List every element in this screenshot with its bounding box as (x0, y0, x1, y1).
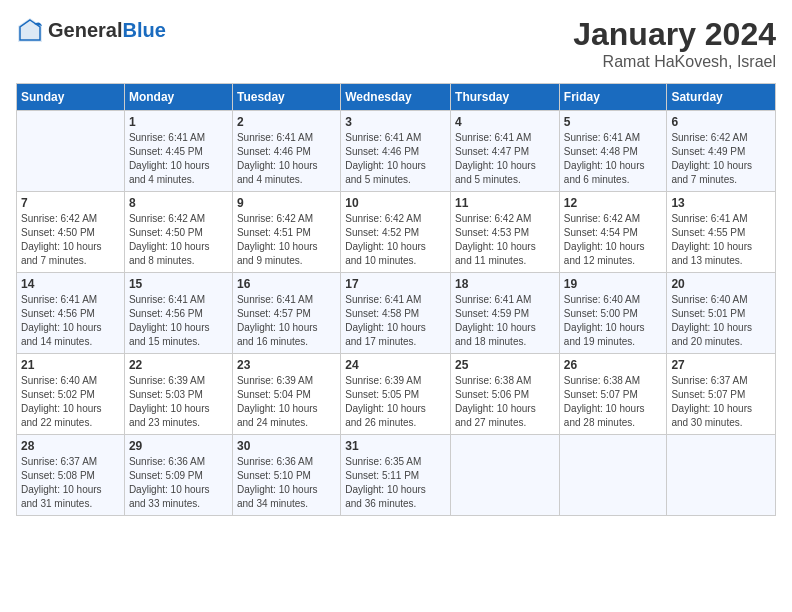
day-number: 20 (671, 277, 771, 291)
day-info: Sunrise: 6:42 AM Sunset: 4:54 PM Dayligh… (564, 212, 663, 268)
calendar-cell: 14Sunrise: 6:41 AM Sunset: 4:56 PM Dayli… (17, 273, 125, 354)
svg-marker-0 (18, 18, 42, 42)
calendar-cell (451, 435, 560, 516)
calendar-cell: 7Sunrise: 6:42 AM Sunset: 4:50 PM Daylig… (17, 192, 125, 273)
day-number: 3 (345, 115, 446, 129)
day-info: Sunrise: 6:38 AM Sunset: 5:06 PM Dayligh… (455, 374, 555, 430)
day-info: Sunrise: 6:36 AM Sunset: 5:10 PM Dayligh… (237, 455, 336, 511)
month-title: January 2024 (573, 16, 776, 53)
day-number: 5 (564, 115, 663, 129)
calendar-cell: 2Sunrise: 6:41 AM Sunset: 4:46 PM Daylig… (232, 111, 340, 192)
day-number: 4 (455, 115, 555, 129)
day-number: 10 (345, 196, 446, 210)
calendar-cell: 19Sunrise: 6:40 AM Sunset: 5:00 PM Dayli… (559, 273, 667, 354)
calendar-cell: 16Sunrise: 6:41 AM Sunset: 4:57 PM Dayli… (232, 273, 340, 354)
day-info: Sunrise: 6:41 AM Sunset: 4:46 PM Dayligh… (237, 131, 336, 187)
day-info: Sunrise: 6:36 AM Sunset: 5:09 PM Dayligh… (129, 455, 228, 511)
title-block: January 2024 Ramat HaKovesh, Israel (573, 16, 776, 71)
day-info: Sunrise: 6:37 AM Sunset: 5:07 PM Dayligh… (671, 374, 771, 430)
day-info: Sunrise: 6:38 AM Sunset: 5:07 PM Dayligh… (564, 374, 663, 430)
day-info: Sunrise: 6:41 AM Sunset: 4:56 PM Dayligh… (21, 293, 120, 349)
page-header: GeneralBlue January 2024 Ramat HaKovesh,… (16, 16, 776, 71)
day-number: 27 (671, 358, 771, 372)
calendar-cell: 28Sunrise: 6:37 AM Sunset: 5:08 PM Dayli… (17, 435, 125, 516)
calendar-cell: 26Sunrise: 6:38 AM Sunset: 5:07 PM Dayli… (559, 354, 667, 435)
calendar-cell: 24Sunrise: 6:39 AM Sunset: 5:05 PM Dayli… (341, 354, 451, 435)
day-info: Sunrise: 6:42 AM Sunset: 4:53 PM Dayligh… (455, 212, 555, 268)
calendar-cell: 11Sunrise: 6:42 AM Sunset: 4:53 PM Dayli… (451, 192, 560, 273)
day-info: Sunrise: 6:41 AM Sunset: 4:48 PM Dayligh… (564, 131, 663, 187)
calendar-cell: 17Sunrise: 6:41 AM Sunset: 4:58 PM Dayli… (341, 273, 451, 354)
calendar-cell (17, 111, 125, 192)
logo-blue: Blue (122, 19, 165, 41)
day-number: 12 (564, 196, 663, 210)
day-number: 24 (345, 358, 446, 372)
week-row-1: 1Sunrise: 6:41 AM Sunset: 4:45 PM Daylig… (17, 111, 776, 192)
day-info: Sunrise: 6:42 AM Sunset: 4:50 PM Dayligh… (129, 212, 228, 268)
day-number: 13 (671, 196, 771, 210)
calendar-cell: 13Sunrise: 6:41 AM Sunset: 4:55 PM Dayli… (667, 192, 776, 273)
calendar-cell: 31Sunrise: 6:35 AM Sunset: 5:11 PM Dayli… (341, 435, 451, 516)
calendar-cell: 12Sunrise: 6:42 AM Sunset: 4:54 PM Dayli… (559, 192, 667, 273)
day-number: 6 (671, 115, 771, 129)
day-info: Sunrise: 6:40 AM Sunset: 5:01 PM Dayligh… (671, 293, 771, 349)
day-number: 25 (455, 358, 555, 372)
calendar-cell: 30Sunrise: 6:36 AM Sunset: 5:10 PM Dayli… (232, 435, 340, 516)
calendar-cell: 22Sunrise: 6:39 AM Sunset: 5:03 PM Dayli… (124, 354, 232, 435)
day-number: 26 (564, 358, 663, 372)
day-info: Sunrise: 6:35 AM Sunset: 5:11 PM Dayligh… (345, 455, 446, 511)
calendar-cell: 9Sunrise: 6:42 AM Sunset: 4:51 PM Daylig… (232, 192, 340, 273)
day-info: Sunrise: 6:40 AM Sunset: 5:02 PM Dayligh… (21, 374, 120, 430)
day-info: Sunrise: 6:41 AM Sunset: 4:57 PM Dayligh… (237, 293, 336, 349)
calendar-cell: 27Sunrise: 6:37 AM Sunset: 5:07 PM Dayli… (667, 354, 776, 435)
day-info: Sunrise: 6:39 AM Sunset: 5:04 PM Dayligh… (237, 374, 336, 430)
calendar-cell (667, 435, 776, 516)
day-number: 9 (237, 196, 336, 210)
day-number: 11 (455, 196, 555, 210)
day-info: Sunrise: 6:41 AM Sunset: 4:59 PM Dayligh… (455, 293, 555, 349)
week-row-5: 28Sunrise: 6:37 AM Sunset: 5:08 PM Dayli… (17, 435, 776, 516)
calendar-cell: 23Sunrise: 6:39 AM Sunset: 5:04 PM Dayli… (232, 354, 340, 435)
calendar-cell: 10Sunrise: 6:42 AM Sunset: 4:52 PM Dayli… (341, 192, 451, 273)
day-info: Sunrise: 6:41 AM Sunset: 4:47 PM Dayligh… (455, 131, 555, 187)
day-header-wednesday: Wednesday (341, 84, 451, 111)
day-number: 23 (237, 358, 336, 372)
calendar-cell: 5Sunrise: 6:41 AM Sunset: 4:48 PM Daylig… (559, 111, 667, 192)
day-info: Sunrise: 6:41 AM Sunset: 4:56 PM Dayligh… (129, 293, 228, 349)
day-number: 19 (564, 277, 663, 291)
calendar-cell: 29Sunrise: 6:36 AM Sunset: 5:09 PM Dayli… (124, 435, 232, 516)
day-info: Sunrise: 6:39 AM Sunset: 5:03 PM Dayligh… (129, 374, 228, 430)
day-info: Sunrise: 6:42 AM Sunset: 4:50 PM Dayligh… (21, 212, 120, 268)
day-number: 18 (455, 277, 555, 291)
day-header-thursday: Thursday (451, 84, 560, 111)
header-row: SundayMondayTuesdayWednesdayThursdayFrid… (17, 84, 776, 111)
day-number: 16 (237, 277, 336, 291)
day-header-monday: Monday (124, 84, 232, 111)
day-header-saturday: Saturday (667, 84, 776, 111)
week-row-4: 21Sunrise: 6:40 AM Sunset: 5:02 PM Dayli… (17, 354, 776, 435)
logo-icon (16, 16, 44, 44)
location-title: Ramat HaKovesh, Israel (573, 53, 776, 71)
day-info: Sunrise: 6:42 AM Sunset: 4:49 PM Dayligh… (671, 131, 771, 187)
day-number: 8 (129, 196, 228, 210)
day-number: 7 (21, 196, 120, 210)
day-info: Sunrise: 6:42 AM Sunset: 4:51 PM Dayligh… (237, 212, 336, 268)
calendar-cell: 20Sunrise: 6:40 AM Sunset: 5:01 PM Dayli… (667, 273, 776, 354)
day-info: Sunrise: 6:41 AM Sunset: 4:46 PM Dayligh… (345, 131, 446, 187)
day-header-friday: Friday (559, 84, 667, 111)
day-number: 15 (129, 277, 228, 291)
day-number: 1 (129, 115, 228, 129)
day-info: Sunrise: 6:42 AM Sunset: 4:52 PM Dayligh… (345, 212, 446, 268)
day-number: 17 (345, 277, 446, 291)
day-number: 28 (21, 439, 120, 453)
calendar-cell: 25Sunrise: 6:38 AM Sunset: 5:06 PM Dayli… (451, 354, 560, 435)
calendar-cell: 18Sunrise: 6:41 AM Sunset: 4:59 PM Dayli… (451, 273, 560, 354)
day-number: 22 (129, 358, 228, 372)
calendar-cell: 6Sunrise: 6:42 AM Sunset: 4:49 PM Daylig… (667, 111, 776, 192)
logo-text: GeneralBlue (48, 19, 166, 42)
calendar-cell: 15Sunrise: 6:41 AM Sunset: 4:56 PM Dayli… (124, 273, 232, 354)
calendar-cell: 1Sunrise: 6:41 AM Sunset: 4:45 PM Daylig… (124, 111, 232, 192)
day-header-tuesday: Tuesday (232, 84, 340, 111)
calendar-cell (559, 435, 667, 516)
day-info: Sunrise: 6:40 AM Sunset: 5:00 PM Dayligh… (564, 293, 663, 349)
